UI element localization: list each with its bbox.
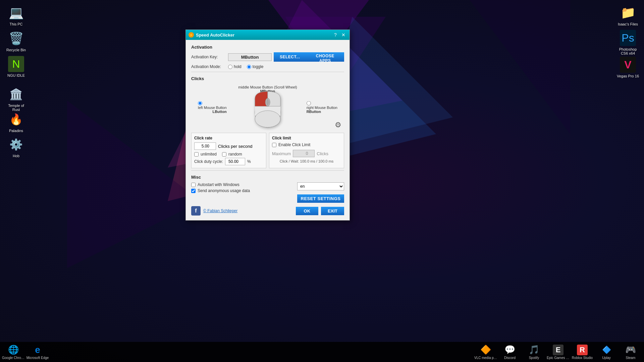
activation-key-label: Activation Key:: [191, 55, 228, 59]
language-select[interactable]: en de fr es zh: [297, 182, 344, 190]
vlc-icon: 🔶: [480, 345, 491, 355]
right-mouse-radio-label[interactable]: [307, 101, 337, 106]
activation-mode-radio-group: hold toggle: [228, 64, 263, 69]
hold-radio-text: hold: [234, 64, 241, 69]
misc-right-col: en de fr es zh RESET SETTINGS: [297, 182, 344, 203]
hold-radio[interactable]: [228, 65, 232, 69]
enable-click-limit-checkbox[interactable]: [272, 143, 276, 147]
dialog-app-icon: ⚡: [189, 32, 194, 38]
svg-point-15: [255, 111, 280, 127]
click-limit-title: Click limit: [272, 136, 341, 140]
activation-key-value: MButton: [228, 53, 272, 61]
author-link[interactable]: © Fabian Schlieper: [203, 208, 237, 213]
taskbar-uplay[interactable]: 🔷 Uplay: [594, 343, 619, 361]
taskbar-vlc[interactable]: 🔶 VLC media player: [474, 343, 498, 361]
misc-section-header: Misc: [191, 175, 344, 180]
taskbar-epic-games[interactable]: E Epic Games Launcher: [546, 343, 570, 361]
autostart-row: Autostart with Windows: [191, 182, 294, 187]
chrome-icon: 🌐: [8, 345, 19, 355]
click-limit-box: Click limit Enable Click Limit Maximum C…: [269, 133, 344, 168]
desktop-icon-recycle-bin[interactable]: 🗑️ Recycle Bin: [3, 29, 30, 53]
mouse-left-label: left Mouse Button LButton: [198, 101, 227, 114]
left-mouse-text: left Mouse Button LButton: [198, 106, 227, 114]
max-label: Maximum: [272, 151, 291, 156]
desktop-icon-vegas-pro[interactable]: V Vegas Pro 16: [614, 55, 641, 79]
gear-icon[interactable]: ⚙: [335, 121, 341, 129]
unlimited-checkbox[interactable]: [194, 152, 199, 157]
taskbar-spotify[interactable]: 🎵 Spotify: [522, 343, 546, 361]
desktop-icon-isaacs-files[interactable]: 📁 Isaac's Files: [614, 3, 641, 27]
edge-label: Microsoft Edge: [26, 356, 49, 360]
clicks-section-header: Clicks: [191, 76, 344, 81]
desktop-icon-ngu-idle[interactable]: N NGU IDLE: [3, 55, 30, 79]
footer: f © Fabian Schlieper OK EXIT: [191, 206, 344, 216]
dialog-help-button[interactable]: ?: [332, 32, 339, 38]
max-unit: Clicks: [317, 151, 328, 156]
anonymous-label[interactable]: Send anonymous usage data: [198, 188, 250, 193]
spotify-label: Spotify: [529, 356, 539, 360]
discord-icon: 💬: [504, 345, 515, 355]
taskbar: 🌐 Google Chrome e Microsoft Edge 🔶 VLC m…: [0, 342, 644, 362]
autostart-label[interactable]: Autostart with Windows: [198, 182, 239, 187]
click-wait-text: Click / Wait: 100.0 ms / 100.0 ms: [272, 159, 341, 163]
activation-section-header: Activation: [191, 45, 344, 50]
random-label[interactable]: random: [228, 152, 242, 157]
spotify-icon: 🎵: [529, 345, 539, 355]
hold-radio-label[interactable]: hold: [228, 64, 241, 69]
taskbar-steam[interactable]: 🎮 Steam: [619, 343, 643, 361]
misc-checkboxes: Autostart with Windows Send anonymous us…: [191, 182, 294, 194]
click-rate-input[interactable]: [194, 142, 216, 150]
max-clicks-input[interactable]: [293, 150, 315, 157]
exit-button[interactable]: EXIT: [321, 207, 344, 215]
select-button[interactable]: SELECT...: [274, 52, 306, 62]
duty-cycle-row: Click duty cycle: %: [194, 158, 263, 165]
enable-click-limit-label[interactable]: Enable Click Limit: [278, 142, 310, 147]
anonymous-checkbox[interactable]: [191, 189, 196, 193]
toggle-radio-label[interactable]: toggle: [247, 64, 264, 69]
dialog-body: Activation Activation Key: MButton SELEC…: [186, 40, 350, 220]
taskbar-roblox[interactable]: R Roblox Studio: [570, 343, 594, 361]
choose-apps-button[interactable]: CHOOSE APPS: [306, 52, 344, 62]
edge-icon: e: [32, 345, 43, 355]
dialog-close-button[interactable]: ✕: [340, 32, 347, 38]
steam-label: Steam: [626, 356, 636, 360]
facebook-icon[interactable]: f: [191, 206, 201, 216]
toggle-radio-text: toggle: [253, 64, 264, 69]
right-mouse-radio[interactable]: [307, 101, 311, 106]
roblox-icon: R: [577, 345, 588, 355]
left-mouse-radio-label[interactable]: [198, 101, 227, 106]
anonymous-row: Send anonymous usage data: [191, 188, 294, 193]
taskbar-edge[interactable]: e Microsoft Edge: [25, 343, 50, 361]
misc-content: Autostart with Windows Send anonymous us…: [191, 182, 344, 203]
duty-cycle-input[interactable]: [225, 158, 245, 165]
unlimited-label[interactable]: unlimited: [201, 152, 217, 157]
random-checkbox[interactable]: [222, 152, 226, 157]
unlimited-row: unlimited random: [194, 152, 263, 157]
roblox-label: Roblox Studio: [572, 356, 593, 360]
toggle-radio[interactable]: [247, 65, 251, 69]
autostart-checkbox[interactable]: [191, 183, 196, 187]
discord-label: Discord: [504, 356, 516, 360]
ok-button[interactable]: OK: [296, 207, 319, 215]
mouse-svg: [231, 85, 304, 129]
activation-key-row: Activation Key: MButton SELECT... CHOOSE…: [191, 52, 344, 62]
right-mouse-text: right Mouse Button RButton: [307, 106, 337, 114]
desktop-icon-hob[interactable]: ⚙️ Hob: [3, 135, 30, 159]
duty-cycle-label: Click duty cycle:: [194, 159, 223, 164]
desktop-icon-photoshop[interactable]: Ps Photoshop CS6 x64: [614, 28, 641, 57]
taskbar-discord[interactable]: 💬 Discord: [498, 343, 522, 361]
uplay-icon: 🔷: [601, 345, 612, 355]
uplay-label: Uplay: [602, 356, 611, 360]
desktop-icon-paladins[interactable]: 🔥 Paladins: [3, 110, 30, 134]
dialog-titlebar: ⚡ Speed AutoClicker ? ✕: [186, 30, 350, 40]
click-rate-box: Click rate Clicks per second unlimited r…: [191, 133, 266, 168]
desktop-icon-temple-of-rust[interactable]: 🏛️ Temple of Rust: [3, 85, 30, 113]
reset-settings-button[interactable]: RESET SETTINGS: [297, 194, 344, 203]
max-clicks-row: Maximum Clicks: [272, 150, 341, 157]
rate-limit-section: Click rate Clicks per second unlimited r…: [191, 133, 344, 168]
svg-marker-9: [470, 0, 570, 134]
taskbar-google-chrome[interactable]: 🌐 Google Chrome: [1, 343, 25, 361]
mouse-diagram: middle Mouse Button (Scroll Wheel) MButt…: [191, 84, 344, 131]
left-mouse-radio[interactable]: [198, 101, 202, 106]
desktop-icon-this-pc[interactable]: 💻 This PC: [3, 3, 30, 27]
